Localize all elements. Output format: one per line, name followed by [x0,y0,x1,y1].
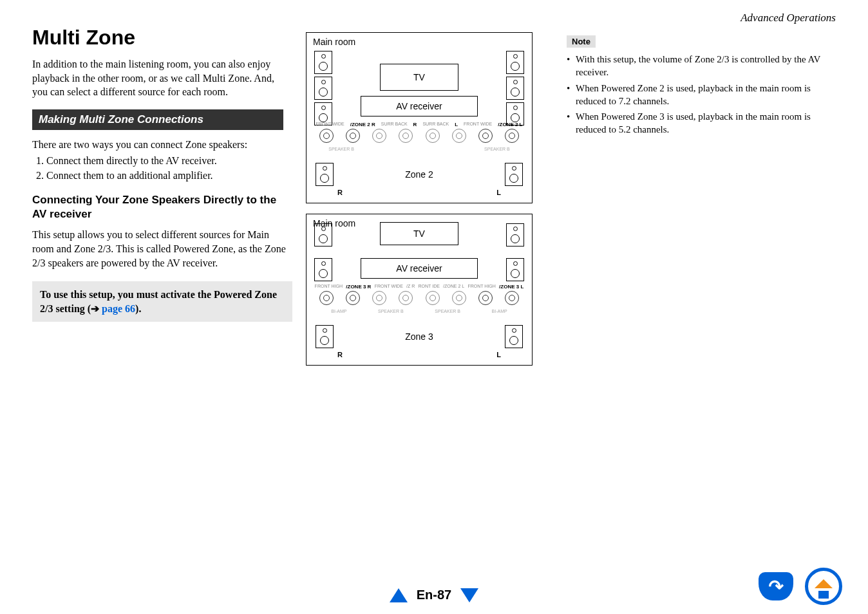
channel-r-label: R [337,351,343,358]
note-label: Note [567,35,596,48]
terminal-label: FRONT HIGH [315,284,343,290]
avr-box: AV receiver [361,96,478,116]
terminal-label: FRONT WIDE [316,122,344,127]
diagram-label-main-room: Main room [313,37,355,47]
page-number: En-87 [417,588,451,602]
binding-post-icon [478,291,493,305]
terminal-label: SURR BACK [422,122,449,127]
terminal-label-row: FRONT WIDE /ZONE 2 R SURR BACK R SURR BA… [313,122,525,127]
callout-arrow: ➔ [91,303,102,314]
tv-box: TV [380,222,458,245]
terminal-label: RONT IDE [419,284,440,290]
binding-post-icon [319,291,334,305]
terminal-label: /ZONE 2 L [443,284,464,290]
binding-post-icon [319,129,334,143]
speaker-icon [314,258,332,281]
speaker-icon [506,51,524,74]
diagram-zone3: Main room TV AV receiver FRONT HIGH /ZON… [306,214,533,366]
callout-box: To use this setup, you must activate the… [32,281,292,322]
terminal-label: FRONT WIDE [464,122,492,127]
note-item: When Powered Zone 2 is used, playback in… [567,82,837,108]
speaker-icon [316,163,334,186]
terminal-label: L [455,122,458,127]
binding-post-icon [426,129,440,143]
binding-post-row [313,129,525,143]
binding-post-icon [505,291,519,305]
binding-post-icon [426,291,440,305]
callout-text-b: ). [135,303,141,314]
zone-label: Zone 3 [405,331,433,342]
speaker-icon [506,223,524,247]
terminal-label-row: FRONT HIGH /ZONE 3 R FRONT WIDE /Z R RON… [313,284,525,290]
binding-post-icon [505,129,519,143]
note-item: When Powered Zone 3 is used, playback in… [567,110,837,136]
binding-post-icon [452,129,466,143]
binding-post-icon [346,291,360,305]
section-heading-bar: Making Multi Zone Connections [32,109,283,130]
speaker-icon [505,163,523,186]
binding-post-icon [399,291,413,305]
callout-text-a: To use this setup, you must activate the… [40,289,277,314]
prev-page-icon[interactable] [390,588,408,602]
subheading: Connecting Your Zone Speakers Directly t… [32,193,290,221]
terminal-label: /ZONE 3 L [499,284,524,290]
list-lead: There are two ways you can connect Zone … [32,138,290,152]
binding-post-icon [478,129,493,143]
speaker-icon [314,51,332,74]
speaker-icon [316,325,334,348]
binding-post-row [313,291,525,305]
binding-post-icon [372,129,386,143]
terminal-label: /ZONE 3 R [346,284,371,290]
terminal-label: R [413,122,417,127]
connection-options-list: Connect them directly to the AV receiver… [32,154,290,183]
zone-label: Zone 2 [405,169,433,180]
binding-post-icon [452,291,466,305]
binding-post-icon [346,129,360,143]
intro-text: In addition to the main listening room, … [32,57,290,99]
diagram-zone2: Main room TV AV receiver FRONT WIDE /ZON… [306,32,533,203]
tv-box: TV [380,64,458,91]
terminal-label: /ZONE 2 R [350,122,375,127]
diagram-label-main-room: Main room [313,218,355,228]
list-item: Connect them to an additional amplifier. [46,169,290,183]
terminal-label: FRONT HIGH [467,284,495,290]
terminal-label: /ZONE 2 L [498,122,522,127]
body-text: This setup allows you to select differen… [32,228,290,270]
binding-post-icon [399,129,413,143]
channel-l-label: L [496,189,501,196]
speaker-icon [505,325,523,348]
channel-r-label: R [337,189,343,196]
terminal-label: SURR BACK [381,122,408,127]
speaker-icon [506,258,524,281]
channel-l-label: L [496,351,501,358]
speaker-icon [314,77,332,100]
mini-label-row: SPEAKER BSPEAKER B [316,147,523,151]
back-icon[interactable]: ↶ [759,572,793,600]
home-icon[interactable] [805,568,842,605]
list-item: Connect them directly to the AV receiver… [46,154,290,168]
terminal-label: FRONT WIDE [375,284,403,290]
next-page-icon[interactable] [460,588,478,602]
section-header: Advanced Operations [741,12,836,24]
mini-label-row: BI-AMP SPEAKER B SPEAKER B BI-AMP [316,309,523,313]
terminal-label: /Z R [406,284,415,290]
avr-box: AV receiver [361,258,478,279]
page-link[interactable]: page 66 [102,303,135,314]
page-title: Multi Zone [32,26,290,50]
binding-post-icon [372,291,386,305]
note-item: With this setup, the volume of Zone 2/3 … [567,53,837,79]
note-list: With this setup, the volume of Zone 2/3 … [567,53,837,136]
speaker-icon [506,77,524,100]
